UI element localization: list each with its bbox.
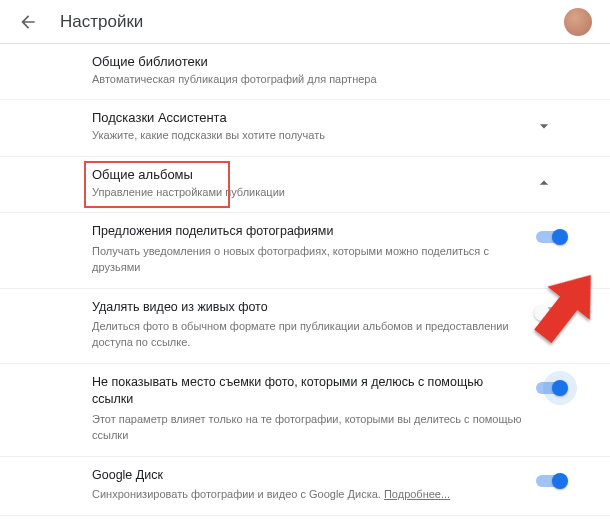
app-header: Настройки [0,0,610,44]
setting-hide-location: Не показывать место съемки фото, которым… [0,364,610,457]
section-subtitle: Укажите, какие подсказки вы хотите получ… [92,128,522,143]
section-subtitle: Автоматическая публикация фотографий для… [92,72,554,87]
section-browser-notifications: Уведомления в браузере Получать уведомле… [0,516,610,521]
section-title: Google Диск [92,467,524,485]
setting-remove-video-live: Удалять видео из живых фото Делиться фот… [0,289,610,364]
learn-more-link[interactable]: Подробнее... [384,488,450,500]
section-shared-libraries[interactable]: Общие библиотеки Автоматическая публикац… [0,44,610,100]
section-subtitle: Синхронизировать фотографии и видео с Go… [92,487,524,503]
chevron-up-icon [534,173,554,193]
section-subtitle: Управление настройками публикации [92,185,522,200]
setting-title: Удалять видео из живых фото [92,299,524,317]
avatar[interactable] [564,8,592,36]
chevron-down-icon [534,116,554,136]
page-title: Настройки [60,12,564,32]
setting-subtitle: Получать уведомления о новых фотографиях… [92,244,524,276]
setting-title: Предложения поделиться фотографиями [92,223,524,241]
section-title: Общие альбомы [92,167,522,182]
section-title: Подсказки Ассистента [92,110,522,125]
setting-title: Не показывать место съемки фото, которым… [92,374,524,409]
section-title: Общие библиотеки [92,54,554,69]
toggle-share-suggestions[interactable] [536,231,566,243]
setting-subtitle: Этот параметр влияет только на те фотогр… [92,412,524,444]
back-button[interactable] [16,10,40,34]
section-shared-albums[interactable]: Общие альбомы Управление настройками пуб… [0,157,610,213]
setting-share-suggestions: Предложения поделиться фотографиями Полу… [0,213,610,288]
settings-content: Общие библиотеки Автоматическая публикац… [0,44,610,521]
arrow-left-icon [18,12,38,32]
section-assistant-hints[interactable]: Подсказки Ассистента Укажите, какие подс… [0,100,610,156]
toggle-remove-video-live[interactable] [536,307,566,319]
section-google-drive: Google Диск Синхронизировать фотографии … [0,457,610,516]
setting-subtitle: Делиться фото в обычном формате при публ… [92,319,524,351]
drive-sub-text: Синхронизировать фотографии и видео с Go… [92,488,384,500]
toggle-google-drive[interactable] [536,475,566,487]
toggle-hide-location[interactable] [536,382,566,394]
